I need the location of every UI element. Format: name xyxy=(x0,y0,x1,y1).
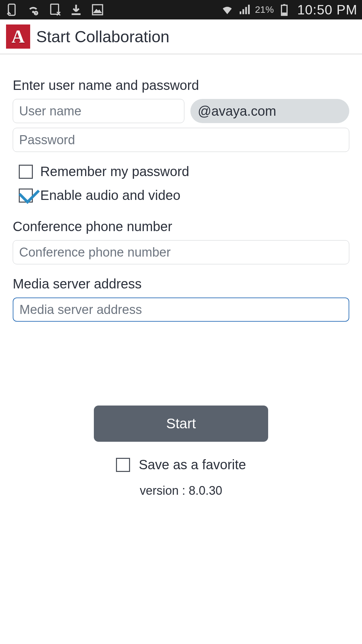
enable-av-label: Enable audio and video xyxy=(40,188,180,203)
media-server-input[interactable] xyxy=(13,298,349,322)
svg-rect-8 xyxy=(283,4,285,5)
password-input[interactable] xyxy=(13,128,349,152)
wifi-icon xyxy=(220,3,234,17)
status-right: 21% 10:50 PM xyxy=(220,2,357,17)
save-favorite-checkbox[interactable] xyxy=(116,458,130,472)
remember-password-label: Remember my password xyxy=(40,164,189,179)
app-header: A Start Collaboration xyxy=(0,19,362,54)
wifi-help-icon: ? xyxy=(26,3,40,17)
image-icon xyxy=(90,3,105,17)
remember-password-checkbox[interactable] xyxy=(19,165,33,179)
start-button[interactable]: Start xyxy=(94,406,268,442)
clock-time: 10:50 PM xyxy=(297,2,357,17)
username-row: @avaya.com xyxy=(13,99,349,123)
save-favorite-row[interactable]: Save as a favorite xyxy=(116,457,246,472)
sim-error-icon xyxy=(48,3,62,17)
conf-phone-title: Conference phone number xyxy=(13,219,349,234)
battery-percent: 21% xyxy=(255,4,274,15)
signal-icon xyxy=(238,3,252,17)
media-server-title: Media server address xyxy=(13,276,349,291)
svg-rect-9 xyxy=(282,12,286,15)
domain-suffix-chip[interactable]: @avaya.com xyxy=(190,99,349,123)
svg-text:?: ? xyxy=(35,12,37,15)
enable-av-checkbox[interactable] xyxy=(19,189,33,203)
save-favorite-label: Save as a favorite xyxy=(139,457,246,472)
app-logo-letter: A xyxy=(12,26,25,47)
enable-av-row[interactable]: Enable audio and video xyxy=(13,188,349,203)
page-title: Start Collaboration xyxy=(36,28,170,46)
download-icon xyxy=(69,3,83,17)
svg-rect-6 xyxy=(93,5,103,15)
app-logo-icon: A xyxy=(6,24,30,49)
bottom-actions: Start Save as a favorite version : 8.0.3… xyxy=(13,406,349,498)
status-left-icons: ? xyxy=(5,3,105,17)
conf-phone-input[interactable] xyxy=(13,240,349,264)
version-label: version : 8.0.30 xyxy=(140,484,222,498)
form-content: Enter user name and password @avaya.com … xyxy=(0,54,362,498)
battery-icon xyxy=(277,3,291,17)
username-input[interactable] xyxy=(13,99,184,123)
credentials-title: Enter user name and password xyxy=(13,78,349,93)
status-bar: ? 21% 10:50 PM xyxy=(0,0,362,19)
device-sync-icon xyxy=(5,3,19,17)
remember-password-row[interactable]: Remember my password xyxy=(13,164,349,179)
